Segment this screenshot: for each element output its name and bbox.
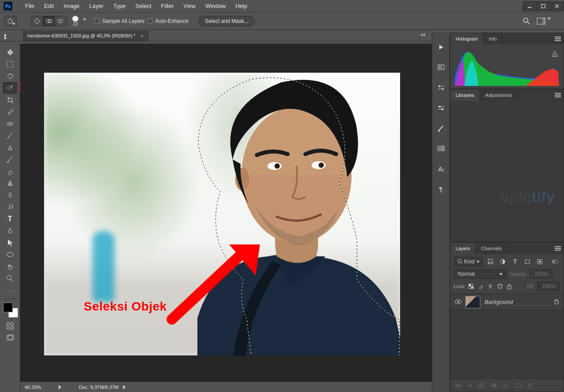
opacity-input[interactable]: 100%: [530, 269, 553, 279]
layer-comps-panel-icon[interactable]: [435, 143, 447, 154]
tab-histogram[interactable]: Histogram: [450, 33, 483, 44]
menu-type[interactable]: Type: [108, 0, 130, 12]
tab-channels[interactable]: Channels: [476, 243, 507, 254]
link-layers-icon[interactable]: [455, 383, 462, 388]
window-minimize-button[interactable]: [523, 1, 537, 11]
auto-enhance-checkbox[interactable]: Auto-Enhance: [147, 18, 189, 24]
menu-image[interactable]: Image: [59, 0, 84, 12]
tab-adjustments[interactable]: Adjustments: [480, 89, 518, 101]
selection-subtract-button[interactable]: [55, 16, 67, 26]
path-select-tool[interactable]: [3, 237, 17, 248]
menu-help[interactable]: Help: [230, 0, 252, 12]
tab-libraries[interactable]: Libraries: [450, 89, 480, 101]
current-tool-indicator[interactable]: [4, 16, 17, 26]
swatches-panel-icon[interactable]: [435, 122, 447, 134]
close-document-icon[interactable]: ×: [140, 33, 144, 39]
status-menu-icon[interactable]: [59, 385, 61, 389]
lock-pixels-icon[interactable]: [478, 283, 484, 289]
menu-select[interactable]: Select: [130, 0, 156, 12]
zoom-level[interactable]: 40.33%: [25, 385, 41, 390]
pen-tool[interactable]: [3, 225, 17, 237]
brush-preset-picker[interactable]: 23: [70, 16, 81, 26]
new-layer-icon[interactable]: [515, 383, 521, 388]
layer-mask-icon[interactable]: [478, 383, 484, 388]
color-swatches[interactable]: [2, 302, 18, 318]
tab-info[interactable]: Info: [483, 33, 502, 44]
shape-tool[interactable]: [3, 249, 17, 260]
document-canvas[interactable]: Seleksi Objek: [44, 73, 400, 355]
filter-smart-icon[interactable]: [535, 257, 545, 266]
menu-layer[interactable]: Layer: [85, 0, 109, 12]
layer-thumbnail[interactable]: [465, 296, 480, 308]
filter-shape-icon[interactable]: [523, 257, 532, 266]
history-panel-icon[interactable]: [435, 62, 447, 73]
layer-filter-kind[interactable]: Kind: [454, 257, 483, 266]
clone-stamp-tool[interactable]: [3, 142, 17, 153]
layer-row[interactable]: Background: [450, 294, 564, 310]
panel-collapse-toggle[interactable]: [4, 33, 9, 37]
adjustment-layer-icon[interactable]: [490, 382, 497, 388]
healing-brush-tool[interactable]: [3, 118, 17, 129]
window-close-button[interactable]: [550, 1, 564, 11]
quick-selection-tool[interactable]: [3, 82, 17, 94]
lock-transparent-icon[interactable]: [468, 283, 474, 289]
paragraph-panel-icon[interactable]: ¶: [435, 183, 447, 195]
layer-visibility-toggle[interactable]: [455, 299, 461, 305]
document-tab[interactable]: handsome-635832_1920.jpg @ 40,3% (RGB/8#…: [23, 30, 148, 41]
properties-panel-icon[interactable]: [435, 82, 447, 93]
dodge-tool[interactable]: [3, 201, 17, 213]
lasso-tool[interactable]: [3, 70, 17, 82]
blur-tool[interactable]: [3, 189, 17, 201]
filter-type-icon[interactable]: T: [510, 257, 520, 266]
quick-mask-toggle[interactable]: [3, 320, 17, 332]
group-layers-icon[interactable]: [503, 383, 509, 388]
lock-position-icon[interactable]: [487, 283, 494, 289]
menu-file[interactable]: File: [20, 0, 39, 12]
menu-view[interactable]: View: [178, 0, 200, 12]
gradient-tool[interactable]: [3, 178, 17, 189]
screen-mode-button[interactable]: [3, 332, 17, 344]
eraser-tool[interactable]: [3, 166, 17, 177]
layer-style-icon[interactable]: fx: [468, 382, 472, 388]
sample-all-layers-checkbox[interactable]: Sample All Layers: [94, 18, 145, 24]
foreground-color-swatch[interactable]: [3, 303, 13, 312]
search-icon[interactable]: [523, 17, 531, 25]
filter-toggle-switch[interactable]: [550, 257, 560, 266]
brush-tool[interactable]: [3, 130, 17, 141]
status-menu-icon[interactable]: [123, 385, 126, 389]
type-tool[interactable]: T: [3, 213, 17, 225]
zoom-tool[interactable]: [3, 273, 17, 284]
crop-tool[interactable]: [3, 94, 17, 106]
selection-new-button[interactable]: [31, 16, 43, 26]
right-panel-collapse-toggle[interactable]: [421, 33, 426, 37]
character-panel-icon[interactable]: A|: [435, 163, 447, 174]
layer-lock-icon[interactable]: [554, 298, 559, 306]
lock-artboard-icon[interactable]: [497, 283, 503, 289]
delete-layer-icon[interactable]: [527, 382, 533, 388]
filter-adjust-icon[interactable]: [498, 257, 508, 266]
brushes-panel-icon[interactable]: [435, 102, 447, 114]
fill-input[interactable]: 100%: [537, 281, 560, 291]
move-tool[interactable]: ✥: [3, 47, 17, 58]
rect-marquee-tool[interactable]: [3, 59, 17, 70]
hand-tool[interactable]: [3, 261, 17, 272]
cached-data-warning-icon[interactable]: [551, 51, 558, 58]
menu-window[interactable]: Window: [200, 0, 230, 12]
lock-all-icon[interactable]: [507, 283, 512, 289]
blend-mode-select[interactable]: Normal: [454, 269, 507, 279]
eyedropper-tool[interactable]: [3, 106, 17, 118]
panel-menu-button[interactable]: [552, 243, 564, 254]
select-and-mask-button[interactable]: Select and Mask...: [198, 16, 255, 26]
tab-layers[interactable]: Layers: [450, 243, 476, 254]
canvas-area[interactable]: Seleksi Objek: [20, 44, 432, 381]
edit-toolbar-button[interactable]: ···: [3, 285, 17, 296]
menu-filter[interactable]: Filter: [156, 0, 178, 12]
filter-pixel-icon[interactable]: [486, 257, 495, 266]
window-maximize-button[interactable]: [536, 1, 550, 11]
panel-menu-button[interactable]: [552, 33, 564, 44]
layer-name[interactable]: Background: [485, 299, 513, 305]
actions-panel-icon[interactable]: [435, 41, 447, 53]
menu-edit[interactable]: Edit: [39, 0, 59, 12]
history-brush-tool[interactable]: [3, 154, 17, 165]
selection-add-button[interactable]: [43, 16, 55, 26]
